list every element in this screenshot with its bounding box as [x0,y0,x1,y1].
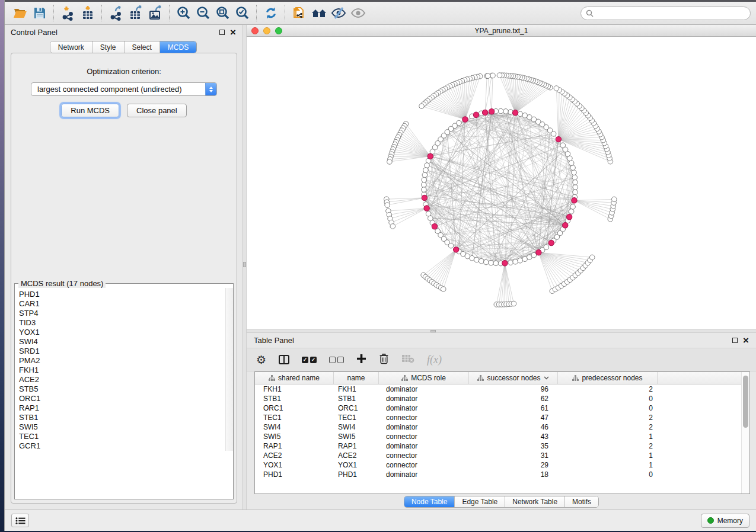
zoom-out-button[interactable] [193,4,213,23]
mcds-result-item[interactable]: GCR1 [19,441,225,451]
table-row[interactable]: FKH1FKH1dominator962 [255,384,749,394]
column-header-predecessor-nodes[interactable]: predecessor nodes [558,372,658,384]
mcds-result-list[interactable]: PHD1CAR1STP4TID3YOX1SWI4SRD1PMA2FKH1ACE2… [15,288,225,451]
sort-desc-icon [544,376,549,380]
table-scrollbar-thumb[interactable] [743,376,748,428]
table-row[interactable]: STB1STB1dominator620 [255,394,749,403]
first-neighbors-button[interactable] [309,4,328,23]
close-panel-icon[interactable]: × [230,30,236,36]
cell-shared_name: TEC1 [255,414,334,422]
mcds-result-item[interactable]: PHD1 [19,290,225,299]
import-network-button[interactable] [58,4,78,23]
mcds-result-item[interactable]: ACE2 [19,375,225,384]
table-settings-button[interactable]: ⚙ [256,354,266,366]
mcds-result-item[interactable]: TID3 [19,318,225,328]
cell-name: FKH1 [334,385,379,393]
tab-motifs[interactable]: Motifs [565,496,598,507]
mcds-result-item[interactable]: STP4 [19,309,225,318]
column-type-icon [401,375,408,382]
open-file-button[interactable] [10,4,30,23]
mcds-result-item[interactable]: CAR1 [19,299,225,309]
zoom-in-button[interactable] [174,4,193,23]
table-row[interactable]: ACE2ACE2connector311 [255,451,749,460]
tab-mcds[interactable]: MCDS [160,41,196,53]
close-panel-button[interactable]: Close panel [127,104,187,117]
mcds-result-item[interactable]: STB1 [19,413,225,422]
cell-shared_name: YOX1 [255,461,334,469]
table-panel-title: Table Panel [254,336,294,345]
column-header-name[interactable]: name [334,372,379,384]
tab-network-table[interactable]: Network Table [505,496,565,507]
mcds-result-item[interactable]: PMA2 [19,356,225,366]
show-columns-button[interactable] [279,355,289,364]
add-column-button[interactable] [356,354,366,366]
export-table-button[interactable] [126,4,145,23]
cell-mcds_role: dominator [379,442,469,450]
mcds-result-item[interactable]: YOX1 [19,328,225,337]
mcds-result-scrollbar[interactable] [225,288,233,451]
search-input[interactable] [596,9,745,17]
float-panel-icon[interactable] [219,30,225,35]
mcds-result-item[interactable]: STB5 [19,384,225,394]
select-all-columns-button[interactable]: ✓✓ [302,357,317,363]
horizontal-splitter[interactable] [247,329,756,333]
function-builder-button[interactable]: f(x) [427,354,442,366]
tab-style[interactable]: Style [92,41,125,53]
export-image-button[interactable] [145,4,165,23]
column-header-successor-nodes[interactable]: successor nodes [469,372,558,384]
delete-column-button[interactable] [379,353,389,367]
close-table-panel-icon[interactable]: × [743,338,749,344]
table-row[interactable]: RAP1RAP1dominator352 [255,441,749,451]
mcds-result-item[interactable]: TEC1 [19,432,225,441]
export-table-icon [128,5,143,21]
refresh-layout-button[interactable] [261,4,280,23]
memory-button[interactable]: Memory [701,514,749,528]
horizontal-splitter-handle[interactable] [430,330,436,332]
delete-table-button[interactable] [401,354,414,366]
table-row[interactable]: SWI5SWI5connector431 [255,432,749,441]
optimization-criterion-dropdown[interactable]: largest connected component (undirected) [31,82,217,96]
tab-node-table[interactable]: Node Table [404,496,455,507]
mcds-result-item[interactable]: SRD1 [19,347,225,356]
save-session-icon [33,6,47,20]
table-row[interactable]: SWI4SWI4dominator462 [255,422,749,432]
import-table-button[interactable] [78,4,97,23]
table-row[interactable]: ORC1ORC1dominator610 [255,403,749,413]
tab-select[interactable]: Select [125,41,160,53]
unselect-all-columns-button[interactable] [329,357,344,363]
table-row[interactable]: PHD1PHD1dominator180 [255,470,749,479]
hide-selected-button[interactable] [328,4,348,23]
cell-mcds_role: connector [379,432,469,441]
column-label: successor nodes [487,374,540,382]
table-row[interactable]: YOX1YOX1connector291 [255,460,749,470]
export-network-button[interactable] [106,4,126,23]
cell-successor_nodes: 43 [469,432,558,441]
zoom-out-icon [196,5,211,21]
new-network-from-selection-button[interactable] [289,4,309,23]
mcds-tab-content: Optimization criterion: largest connecte… [11,53,237,504]
mcds-result-item[interactable]: FKH1 [19,366,225,375]
tab-edge-table[interactable]: Edge Table [455,496,505,507]
tab-network[interactable]: Network [50,41,92,53]
search-box [580,7,751,20]
show-all-button[interactable] [348,4,368,23]
run-mcds-button[interactable]: Run MCDS [61,104,119,117]
column-header-MCDS-role[interactable]: MCDS role [379,372,469,384]
cell-shared_name: ACE2 [255,451,334,460]
mcds-result-item[interactable]: SWI5 [19,422,225,432]
mcds-result-item[interactable]: ORC1 [19,394,225,403]
column-header-shared-name[interactable]: shared name [255,372,334,384]
vertical-splitter-handle[interactable] [243,262,246,267]
zoom-selected-button[interactable] [232,4,252,23]
mcds-result-item[interactable]: RAP1 [19,403,225,413]
mcds-result-item[interactable]: SWI4 [19,337,225,347]
show-panels-button[interactable] [11,514,29,527]
vertical-splitter[interactable] [242,25,247,509]
cell-mcds_role: dominator [379,385,469,393]
network-canvas[interactable] [247,37,756,329]
float-table-panel-icon[interactable] [732,338,738,343]
zoom-fit-button[interactable] [213,4,232,23]
table-row[interactable]: TEC1TEC1connector472 [255,413,749,422]
save-session-button[interactable] [30,4,49,23]
table-scrollbar[interactable] [741,372,749,493]
